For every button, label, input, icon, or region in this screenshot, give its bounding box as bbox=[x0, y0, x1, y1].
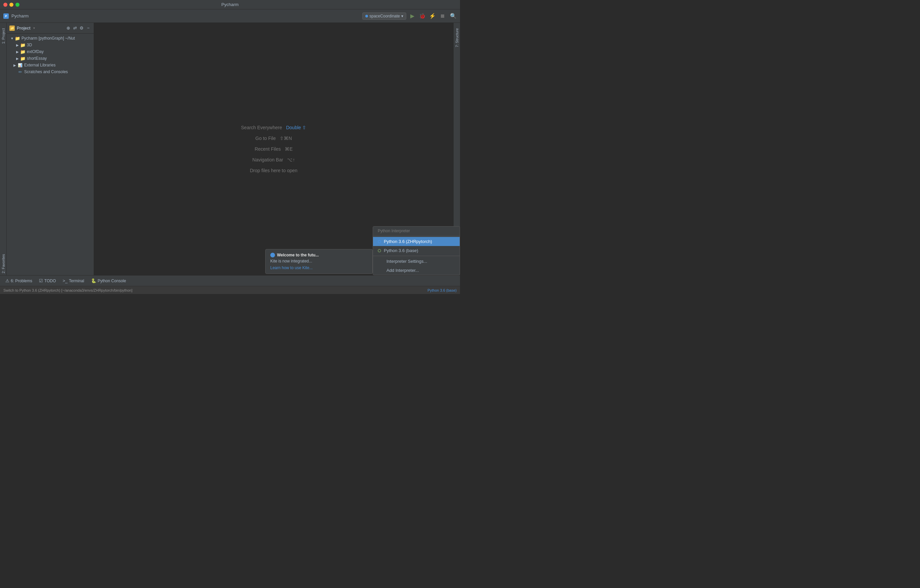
navigation-bar-label: Navigation Bar bbox=[253, 157, 283, 162]
tree-root-label: Pycharm [pythonGraph] ~/Nut bbox=[21, 36, 75, 40]
tab-problems[interactable]: ⚠ 6: Problems bbox=[3, 277, 35, 284]
notification-title-text: Welcome to the futu... bbox=[277, 253, 319, 257]
goto-file-shortcut: ⇧⌘N bbox=[280, 136, 292, 141]
close-button[interactable] bbox=[3, 3, 7, 7]
interpreter-menu-separator-2 bbox=[373, 256, 460, 256]
navigation-bar-row: Navigation Bar ⌥↑ bbox=[253, 157, 295, 162]
minimize-button[interactable] bbox=[10, 3, 13, 7]
tree-item-scratches-label: Scratches and Consoles bbox=[24, 69, 68, 74]
recent-files-shortcut: ⌘E bbox=[285, 146, 292, 152]
3d-folder-icon: 📁 bbox=[20, 42, 26, 48]
kite-notification: Welcome to the futu... Kite is now integ… bbox=[265, 249, 373, 274]
tree-item-shortessay[interactable]: ▶ 📁 shortEssay bbox=[7, 55, 94, 62]
drop-files-label: Drop files here to open bbox=[250, 168, 298, 173]
project-folder-icon: 📁 bbox=[10, 26, 15, 31]
tree-item-root[interactable]: ▼ 📁 Pycharm [pythonGraph] ~/Nut bbox=[7, 35, 94, 42]
status-right: Python 3.6 (base) bbox=[428, 288, 457, 292]
tree-item-3d-label: 3D bbox=[27, 43, 32, 47]
interpreter-name: spaceCoordinate bbox=[369, 14, 400, 18]
kite-icon bbox=[270, 253, 275, 257]
3d-expand-arrow[interactable]: ▶ bbox=[15, 42, 20, 48]
search-everywhere-shortcut: Double ⇧ bbox=[286, 125, 306, 130]
tree-item-ext-libs[interactable]: ▶ 📊 External Libraries bbox=[7, 62, 94, 68]
tab-terminal-label: Terminal bbox=[69, 279, 84, 283]
add-interpreter-item[interactable]: Add Interpreter... bbox=[373, 266, 460, 275]
shortessay-folder-icon: 📁 bbox=[20, 56, 26, 61]
tab-python-console[interactable]: 🐍 Python Console bbox=[88, 277, 129, 284]
python-console-icon: 🐍 bbox=[91, 278, 96, 283]
interpreter-menu: Python Interpreter Python 3.6 (ZHRpytorc… bbox=[373, 226, 460, 275]
search-everywhere-label: Search Everywhere bbox=[241, 125, 282, 130]
interpreter-menu-header: Python Interpreter bbox=[373, 226, 460, 235]
interpreter-settings-item[interactable]: Interpreter Settings... bbox=[373, 257, 460, 266]
close-panel-icon[interactable]: − bbox=[86, 26, 91, 31]
tab-todo-label: TODO bbox=[44, 279, 56, 283]
shortessay-expand-arrow[interactable]: ▶ bbox=[15, 56, 20, 61]
locate-icon[interactable]: ⊕ bbox=[65, 26, 71, 31]
interpreter-settings-label: Interpreter Settings... bbox=[387, 259, 427, 264]
interpreter-menu-separator bbox=[373, 236, 460, 236]
interpreter-status-dot bbox=[365, 15, 368, 18]
todo-icon: ☑ bbox=[39, 278, 43, 283]
bottom-tabs-bar: ⚠ 6: Problems ☑ TODO >_ Terminal 🐍 Pytho… bbox=[0, 275, 460, 286]
notification-body: Kite is now integrated... bbox=[270, 259, 368, 263]
coverage-button[interactable]: ⚡ bbox=[428, 12, 436, 20]
tab-todo[interactable]: ☑ TODO bbox=[36, 277, 58, 284]
stop-button[interactable]: ⏹ bbox=[439, 12, 447, 20]
search-everywhere-icon[interactable]: 🔍 bbox=[450, 13, 457, 19]
interpreter-option-zhrtorch[interactable]: Python 3.6 (ZHRpytorch) bbox=[373, 237, 460, 246]
sidebar-tab-favorites[interactable]: 2: Favorites bbox=[1, 252, 6, 275]
interpreter-base-dot bbox=[378, 249, 381, 252]
project-panel-header: 📁 Project ▾ ⊕ ⇄ ⚙ − bbox=[7, 23, 94, 34]
root-folder-icon: 📁 bbox=[15, 36, 20, 41]
run-button[interactable]: ▶ bbox=[408, 12, 416, 20]
ext-libs-icon: 📊 bbox=[18, 62, 23, 68]
scratches-expand-arrow bbox=[12, 69, 18, 74]
tab-python-console-label: Python Console bbox=[98, 279, 126, 283]
tree-item-extofday-label: extOfDay bbox=[27, 49, 44, 54]
navigation-bar-shortcut: ⌥↑ bbox=[287, 157, 295, 162]
sidebar-tab-structure[interactable]: 7: Structure bbox=[454, 26, 460, 49]
extofday-expand-arrow[interactable]: ▶ bbox=[15, 49, 20, 54]
goto-file-label: Go to File bbox=[256, 136, 276, 141]
status-interpreter[interactable]: Python 3.6 (base) bbox=[428, 288, 457, 292]
problems-icon: ⚠ bbox=[5, 278, 10, 283]
project-panel: 📁 Project ▾ ⊕ ⇄ ⚙ − ▼ 📁 Pycharm [pythonG… bbox=[7, 23, 94, 275]
drop-files-row: Drop files here to open bbox=[250, 168, 298, 173]
tree-item-shortessay-label: shortEssay bbox=[27, 56, 47, 61]
ext-libs-expand-arrow[interactable]: ▶ bbox=[12, 62, 18, 68]
sidebar-tab-project[interactable]: 1: Project bbox=[1, 26, 6, 46]
left-side-tabs: 1: Project 2: Favorites bbox=[0, 23, 7, 275]
traffic-lights bbox=[3, 3, 19, 7]
titlebar: Pycharm bbox=[0, 0, 460, 10]
interpreter-selector[interactable]: spaceCoordinate ▾ bbox=[362, 13, 406, 20]
tree-item-extofday[interactable]: ▶ 📁 extOfDay bbox=[7, 48, 94, 55]
search-everywhere-row: Search Everywhere Double ⇧ bbox=[241, 125, 306, 130]
interpreter-option-base-label: Python 3.6 (base) bbox=[384, 248, 418, 253]
tree-item-3d[interactable]: ▶ 📁 3D bbox=[7, 42, 94, 48]
settings-icon[interactable]: ⚙ bbox=[79, 26, 84, 31]
recent-files-row: Recent Files ⌘E bbox=[254, 146, 292, 152]
tab-terminal[interactable]: >_ Terminal bbox=[60, 277, 87, 284]
main-toolbar: P Pycharm spaceCoordinate ▾ ▶ 🐞 ⚡ ⏹ 🔍 bbox=[0, 10, 460, 23]
root-expand-arrow[interactable]: ▼ bbox=[10, 36, 15, 41]
tab-problems-label: 6: Problems bbox=[11, 279, 32, 283]
tree-item-ext-libs-label: External Libraries bbox=[24, 63, 55, 68]
debug-button[interactable]: 🐞 bbox=[418, 12, 426, 20]
app-logo: P bbox=[3, 13, 9, 19]
recent-files-label: Recent Files bbox=[254, 146, 281, 152]
tree-item-scratches[interactable]: ✏ Scratches and Consoles bbox=[7, 68, 94, 75]
maximize-button[interactable] bbox=[15, 3, 19, 7]
project-panel-title: Project bbox=[17, 26, 31, 31]
goto-file-row: Go to File ⇧⌘N bbox=[256, 136, 292, 141]
notification-link[interactable]: Learn how to use Kite... bbox=[270, 265, 313, 270]
project-dropdown-arrow[interactable]: ▾ bbox=[33, 26, 35, 30]
window-title: Pycharm bbox=[221, 2, 238, 7]
interpreter-menu-header-label: Python Interpreter bbox=[378, 229, 410, 233]
status-left-text: Switch to Python 3.6 (ZHRpytorch) [~/ana… bbox=[3, 288, 425, 292]
status-bar: Switch to Python 3.6 (ZHRpytorch) [~/ana… bbox=[0, 286, 460, 294]
notification-title: Welcome to the futu... bbox=[270, 253, 368, 257]
interpreter-option-base[interactable]: Python 3.6 (base) bbox=[373, 246, 460, 255]
interpreter-option-zhrtorch-label: Python 3.6 (ZHRpytorch) bbox=[384, 239, 432, 244]
collapse-icon[interactable]: ⇄ bbox=[72, 26, 78, 31]
